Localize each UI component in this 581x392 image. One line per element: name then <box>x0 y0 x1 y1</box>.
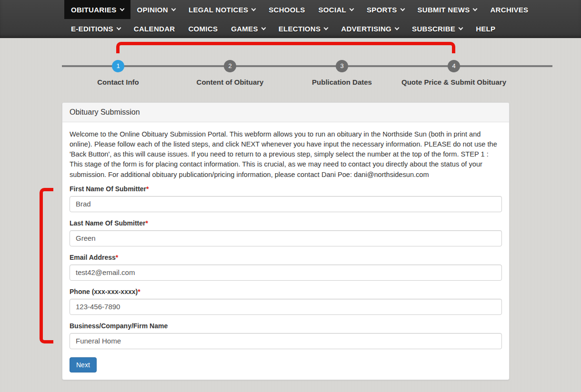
required-asterisk: * <box>138 288 140 295</box>
email-input[interactable] <box>70 265 502 281</box>
nav-label: CALENDAR <box>134 25 175 33</box>
field-group-first-name: First Name Of Submitter* <box>70 185 502 212</box>
step-label-quote-price: Quote Price & Submit Obituary <box>401 78 506 86</box>
nav-label: SCHOOLS <box>269 6 305 14</box>
panel-body: Welcome to the Online Obituary Submissio… <box>62 122 509 380</box>
nav-label: OPINION <box>137 6 168 14</box>
last-name-input[interactable] <box>70 230 502 246</box>
nav-item-games[interactable]: GAMES <box>224 19 272 38</box>
first-name-label: First Name Of Submitter* <box>70 185 502 193</box>
nav-item-elections[interactable]: ELECTIONS <box>272 19 335 38</box>
chevron-down-icon <box>473 6 478 11</box>
step-circle-1[interactable]: 1 <box>112 60 124 72</box>
nav-item-comics[interactable]: COMICS <box>181 19 224 38</box>
nav-label: ARCHIVES <box>490 6 528 14</box>
chevron-down-icon <box>261 25 266 30</box>
panel-title: Obituary Submission <box>62 103 509 122</box>
required-asterisk: * <box>146 185 149 193</box>
phone-label: Phone (xxx-xxx-xxxx)* <box>70 288 502 295</box>
required-asterisk: * <box>116 254 118 261</box>
nav-item-archives[interactable]: ARCHIVES <box>483 0 535 19</box>
nav-label: GAMES <box>231 25 258 33</box>
nav-item-obituaries[interactable]: OBITUARIES <box>64 0 130 19</box>
nav-item-subscribe[interactable]: SUBSCRIBE <box>405 19 469 38</box>
business-name-label: Business/Company/Firm Name <box>70 322 502 330</box>
field-group-last-name: Last Name Of Submitter* <box>70 219 502 246</box>
first-name-input[interactable] <box>70 196 502 212</box>
nav-label: COMICS <box>188 25 218 33</box>
stepper-line <box>62 65 552 67</box>
chevron-down-icon <box>171 6 176 11</box>
chevron-down-icon <box>459 25 463 30</box>
nav-item-schools[interactable]: SCHOOLS <box>262 0 311 19</box>
field-group-phone: Phone (xxx-xxx-xxxx)* <box>70 288 502 315</box>
chevron-down-icon <box>395 25 400 30</box>
nav-item-help[interactable]: HELP <box>469 19 502 38</box>
step-label-content-of-obituary: Content of Obituary <box>197 78 264 86</box>
email-label: Email Address* <box>70 254 502 261</box>
chevron-down-icon <box>400 6 405 11</box>
nav-label: E-EDITIONS <box>71 25 113 33</box>
nav-label: ELECTIONS <box>279 25 321 33</box>
annotation-bracket-left <box>40 188 53 343</box>
step-circle-4[interactable]: 4 <box>448 60 460 72</box>
chevron-down-icon <box>251 6 256 11</box>
label-text: Last Name Of Submitter <box>70 219 145 227</box>
label-text: Business/Company/Firm Name <box>70 322 168 330</box>
step-circle-2[interactable]: 2 <box>224 60 236 72</box>
nav-row-1: OBITUARIES OPINION LEGAL NOTICES SCHOOLS… <box>0 0 581 19</box>
nav-item-submit-news[interactable]: SUBMIT NEWS <box>411 0 484 19</box>
phone-input[interactable] <box>70 299 502 315</box>
step-circle-3[interactable]: 3 <box>336 60 348 72</box>
nav-label: HELP <box>476 25 495 33</box>
chevron-down-icon <box>120 6 124 11</box>
nav-label: ADVERTISING <box>341 25 391 33</box>
obituary-submission-panel: Obituary Submission Welcome to the Onlin… <box>62 102 510 380</box>
nav-label: OBITUARIES <box>71 6 117 14</box>
nav-row-2: E-EDITIONS CALENDAR COMICS GAMES ELECTIO… <box>0 19 581 38</box>
business-name-input[interactable] <box>70 333 502 349</box>
field-group-business-name: Business/Company/Firm Name <box>70 322 502 349</box>
nav-label: SUBMIT NEWS <box>418 6 470 14</box>
step-label-contact-info: Contact Info <box>97 78 139 86</box>
field-group-email: Email Address* <box>70 254 502 281</box>
nav-label: SOCIAL <box>319 6 346 14</box>
required-asterisk: * <box>145 219 148 227</box>
annotation-bracket-top <box>116 42 455 53</box>
nav-item-calendar[interactable]: CALENDAR <box>127 19 182 38</box>
nav-label: LEGAL NOTICES <box>189 6 248 14</box>
nav-item-social[interactable]: SOCIAL <box>312 0 360 19</box>
nav-label: SUBSCRIBE <box>412 25 455 33</box>
label-text: First Name Of Submitter <box>70 185 146 193</box>
intro-text: Welcome to the Online Obituary Submissio… <box>70 129 502 180</box>
next-button[interactable]: Next <box>70 357 97 372</box>
main-navbar: OBITUARIES OPINION LEGAL NOTICES SCHOOLS… <box>0 0 581 38</box>
nav-item-legal-notices[interactable]: LEGAL NOTICES <box>182 0 262 19</box>
chevron-down-icon <box>350 6 354 11</box>
nav-item-e-editions[interactable]: E-EDITIONS <box>64 19 127 38</box>
label-text: Email Address <box>70 254 116 261</box>
label-text: Phone (xxx-xxx-xxxx) <box>70 288 138 295</box>
nav-item-opinion[interactable]: OPINION <box>130 0 182 19</box>
chevron-down-icon <box>324 25 329 30</box>
nav-item-sports[interactable]: SPORTS <box>360 0 411 19</box>
nav-label: SPORTS <box>367 6 397 14</box>
nav-item-advertising[interactable]: ADVERTISING <box>334 19 405 38</box>
chevron-down-icon <box>116 25 121 30</box>
last-name-label: Last Name Of Submitter* <box>70 219 502 227</box>
step-label-publication-dates: Publication Dates <box>312 78 372 86</box>
